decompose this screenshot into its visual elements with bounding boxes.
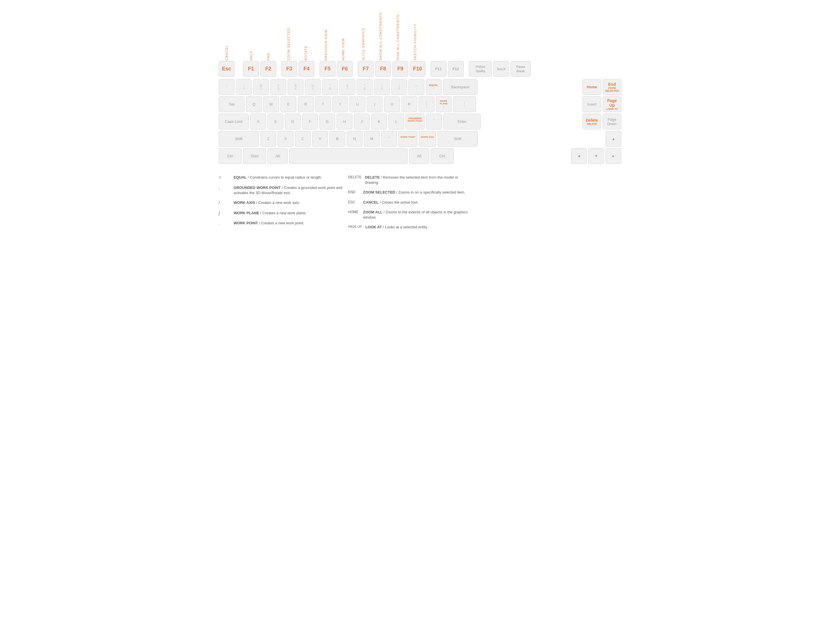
legend-left: = EQUAL / Constrains curves to equal rad… xyxy=(219,173,348,232)
key-space[interactable] xyxy=(289,148,407,164)
key-arrow-up[interactable]: ▲ xyxy=(606,131,621,147)
key-enter[interactable]: Enter xyxy=(443,113,481,129)
key-f10[interactable]: F10 xyxy=(410,61,425,77)
key-s[interactable]: S xyxy=(268,113,283,129)
key-alt-right[interactable]: Alt xyxy=(409,148,429,164)
key-7[interactable]: & 7 xyxy=(339,79,355,95)
key-arrow-left[interactable]: ◄ xyxy=(571,148,587,164)
key-quote[interactable]: " ' xyxy=(426,113,442,129)
legend-key-slash: / xyxy=(219,200,230,206)
key-f9[interactable]: F9 xyxy=(392,61,408,77)
key-bracketr[interactable]: WORKPLANE ] xyxy=(436,96,452,112)
shift-row: Shift Z X C V B N M < , WORK POINT . WOR… xyxy=(219,131,621,147)
key-tab[interactable]: Tab xyxy=(219,96,245,112)
key-n[interactable]: N xyxy=(347,131,362,147)
key-equal[interactable]: EQUAL = xyxy=(426,79,442,95)
key-tilde[interactable]: ~ ` xyxy=(219,79,234,95)
key-b[interactable]: B xyxy=(329,131,345,147)
key-3[interactable]: # 3 xyxy=(270,79,286,95)
key-a[interactable]: A xyxy=(250,113,266,129)
key-end[interactable]: End ZOOMSELECTED xyxy=(603,79,621,95)
key-q[interactable]: Q xyxy=(246,96,262,112)
key-g[interactable]: G xyxy=(319,113,335,129)
key-ctrl-left[interactable]: Ctrl xyxy=(219,148,242,164)
key-backslash[interactable]: | \ xyxy=(453,96,476,112)
key-delete[interactable]: Delete DELETE xyxy=(583,113,601,129)
keyboard-container: CANCEL HELP PAN ZOOM SELECTED ROTATE PRE… xyxy=(219,6,621,232)
key-minus[interactable]: — - xyxy=(409,79,424,95)
key-m[interactable]: M xyxy=(364,131,380,147)
key-shift-left[interactable]: Shift xyxy=(219,131,259,147)
key-f4[interactable]: F4 xyxy=(298,61,314,77)
key-e[interactable]: E xyxy=(281,96,296,112)
key-v[interactable]: V xyxy=(312,131,328,147)
key-scrlk[interactable]: ScrLK xyxy=(493,61,509,77)
key-t[interactable]: T xyxy=(315,96,331,112)
key-arrow-down[interactable]: ▼ xyxy=(588,148,604,164)
key-6[interactable]: ^ 6 xyxy=(322,79,338,95)
key-backspace[interactable]: Backspace xyxy=(443,79,478,95)
esc-label-col: CANCEL xyxy=(219,9,234,60)
key-arrow-right[interactable]: ► xyxy=(606,148,621,164)
key-pageup[interactable]: PageUp LOOK AT xyxy=(603,96,621,112)
key-capslock[interactable]: Caps Lock xyxy=(219,113,249,129)
key-y[interactable]: Y xyxy=(332,96,348,112)
legend-key-esc: ESC xyxy=(348,200,360,205)
key-l[interactable]: L xyxy=(388,113,404,129)
key-j[interactable]: J xyxy=(354,113,369,129)
key-d[interactable]: D xyxy=(285,113,301,129)
key-comma[interactable]: < , xyxy=(381,131,397,147)
key-pagedown[interactable]: PageDown xyxy=(603,113,621,129)
key-f[interactable]: F xyxy=(302,113,318,129)
key-slash[interactable]: WORK AXIS / xyxy=(419,131,436,147)
key-o[interactable]: O xyxy=(384,96,400,112)
legend-desc-end: ZOOM SELECTED / Zooms in on a specifical… xyxy=(363,190,465,195)
key-f5[interactable]: F5 xyxy=(320,61,335,77)
key-h[interactable]: H xyxy=(336,113,352,129)
f8-fn-label: SHOW ALL CONSTRAINTS xyxy=(379,9,382,60)
key-p[interactable]: P xyxy=(401,96,417,112)
key-start[interactable]: Start xyxy=(243,148,266,164)
key-prtscn[interactable]: PrtScnSysRq xyxy=(469,61,492,77)
legend-item-end: END ZOOM SELECTED / Zooms in on a specif… xyxy=(348,188,478,197)
key-pause[interactable]: PauseBreak xyxy=(511,61,531,77)
bottom-row: Ctrl Start Alt Alt Ctrl ◄ ▼ ► xyxy=(219,148,621,164)
key-bracketl[interactable]: { [ xyxy=(418,96,434,112)
key-f7[interactable]: F7 xyxy=(358,61,374,77)
key-1[interactable]: ! 1 xyxy=(236,79,252,95)
key-5[interactable]: % 5 xyxy=(305,79,321,95)
key-c[interactable]: C xyxy=(295,131,311,147)
key-4[interactable]: $ 4 xyxy=(288,79,303,95)
key-alt-left[interactable]: Alt xyxy=(268,148,288,164)
key-0[interactable]: ) 0 xyxy=(391,79,407,95)
key-8[interactable]: * 8 xyxy=(357,79,373,95)
key-9[interactable]: ( 9 xyxy=(374,79,390,95)
key-f3[interactable]: F3 xyxy=(281,61,297,77)
legend-desc-period: WORK POINT / Creates a new work point. xyxy=(234,221,304,226)
key-r[interactable]: R xyxy=(298,96,314,112)
legend-item-delete: DELETE DELETE / Removes the selected ite… xyxy=(348,173,478,188)
key-f12[interactable]: F12 xyxy=(448,61,464,77)
key-f8[interactable]: F8 xyxy=(375,61,391,77)
key-i[interactable]: I xyxy=(367,96,383,112)
legend-key-home: HOME xyxy=(348,210,360,220)
key-period[interactable]: WORK POINT . xyxy=(398,131,417,147)
key-home[interactable]: Home xyxy=(583,79,601,95)
key-esc[interactable]: Esc xyxy=(219,61,234,77)
key-x[interactable]: X xyxy=(278,131,294,147)
key-u[interactable]: U xyxy=(349,96,365,112)
legend-key-bracket: ] xyxy=(219,211,230,216)
key-2[interactable]: @ 2 xyxy=(253,79,269,95)
key-ctrl-right[interactable]: Ctrl xyxy=(431,148,454,164)
key-z[interactable]: Z xyxy=(261,131,276,147)
key-shift-right[interactable]: Shift xyxy=(437,131,478,147)
key-f2[interactable]: F2 xyxy=(261,61,276,77)
key-semicolon[interactable]: GROUNDEDWORK POINT ; xyxy=(406,113,425,129)
key-f11[interactable]: F11 xyxy=(431,61,447,77)
key-w[interactable]: W xyxy=(263,96,279,112)
key-f1[interactable]: F1 xyxy=(243,61,259,77)
key-k[interactable]: K xyxy=(371,113,387,129)
f1-label-col: HELP xyxy=(243,9,259,60)
key-f6[interactable]: F6 xyxy=(337,61,353,77)
key-insert[interactable]: Insert xyxy=(583,96,601,112)
